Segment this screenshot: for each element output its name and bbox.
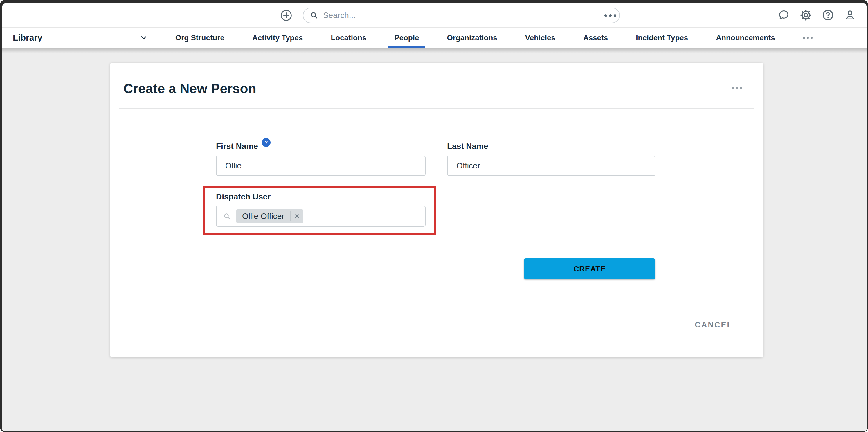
profile-button[interactable] — [844, 9, 856, 21]
nav-more-button[interactable] — [803, 28, 812, 48]
ellipsis-dot — [604, 14, 607, 17]
add-new-button[interactable] — [280, 9, 292, 22]
dispatch-user-field[interactable]: Ollie Officer — [216, 206, 426, 227]
tab-vehicles[interactable]: Vehicles — [525, 28, 555, 48]
settings-button[interactable] — [800, 9, 812, 21]
top-icon-group — [778, 9, 856, 21]
tab-people[interactable]: People — [394, 28, 419, 48]
create-person-card: Create a New Person First Name ? Last Na… — [110, 63, 763, 357]
cancel-button[interactable]: CANCEL — [695, 320, 733, 330]
ellipsis-dot — [803, 37, 805, 39]
chip-label: Ollie Officer — [236, 212, 290, 221]
app-window: Library Org Structure Activity Types Loc… — [2, 3, 867, 431]
last-name-label: Last Name — [447, 142, 488, 151]
ellipsis-dot — [609, 14, 612, 17]
gear-icon — [800, 9, 812, 21]
ellipsis-dot — [740, 87, 742, 89]
help-button[interactable] — [822, 9, 834, 21]
search-icon — [310, 11, 318, 20]
person-icon — [844, 9, 856, 21]
first-name-field[interactable] — [216, 156, 426, 176]
tab-activity-types[interactable]: Activity Types — [252, 28, 303, 48]
ellipsis-dot — [732, 87, 734, 89]
chat-button[interactable] — [778, 9, 790, 21]
search-input[interactable] — [322, 10, 601, 20]
tab-assets[interactable]: Assets — [583, 28, 608, 48]
ellipsis-dot — [810, 37, 812, 39]
help-circle-icon — [822, 9, 834, 21]
top-bar — [2, 3, 867, 28]
chat-bubble-icon — [778, 9, 790, 21]
tab-incident-types[interactable]: Incident Types — [636, 28, 688, 48]
first-name-help-icon[interactable]: ? — [262, 138, 271, 147]
page-content: Create a New Person First Name ? Last Na… — [2, 48, 867, 431]
library-label: Library — [13, 33, 42, 43]
ellipsis-dot — [807, 37, 809, 39]
nav-tabs: Org Structure Activity Types Locations P… — [158, 28, 812, 48]
tab-locations[interactable]: Locations — [331, 28, 366, 48]
search-more-button[interactable] — [601, 8, 619, 23]
window-frame: Library Org Structure Activity Types Loc… — [0, 0, 868, 432]
tab-announcements[interactable]: Announcements — [716, 28, 775, 48]
library-nav-bar: Library Org Structure Activity Types Loc… — [2, 28, 867, 48]
card-menu-button[interactable] — [732, 87, 742, 89]
create-button[interactable]: CREATE — [524, 258, 655, 279]
selected-user-chip: Ollie Officer — [236, 209, 303, 223]
global-search-bar — [303, 7, 620, 23]
chip-remove-button[interactable] — [290, 209, 303, 223]
tab-organizations[interactable]: Organizations — [447, 28, 497, 48]
last-name-field[interactable] — [447, 156, 655, 176]
page-title: Create a New Person — [123, 81, 256, 96]
chevron-down-icon — [140, 33, 148, 42]
ellipsis-dot — [736, 87, 738, 89]
dispatch-user-label: Dispatch User — [216, 192, 271, 202]
tab-org-structure[interactable]: Org Structure — [175, 28, 224, 48]
ellipsis-dot — [614, 14, 616, 17]
nav-shadow — [2, 48, 867, 53]
search-icon — [223, 212, 231, 220]
close-icon — [293, 213, 301, 220]
title-divider — [119, 108, 754, 109]
plus-circle-icon — [280, 9, 292, 22]
library-dropdown[interactable]: Library — [13, 28, 148, 48]
first-name-label: First Name — [216, 142, 258, 151]
